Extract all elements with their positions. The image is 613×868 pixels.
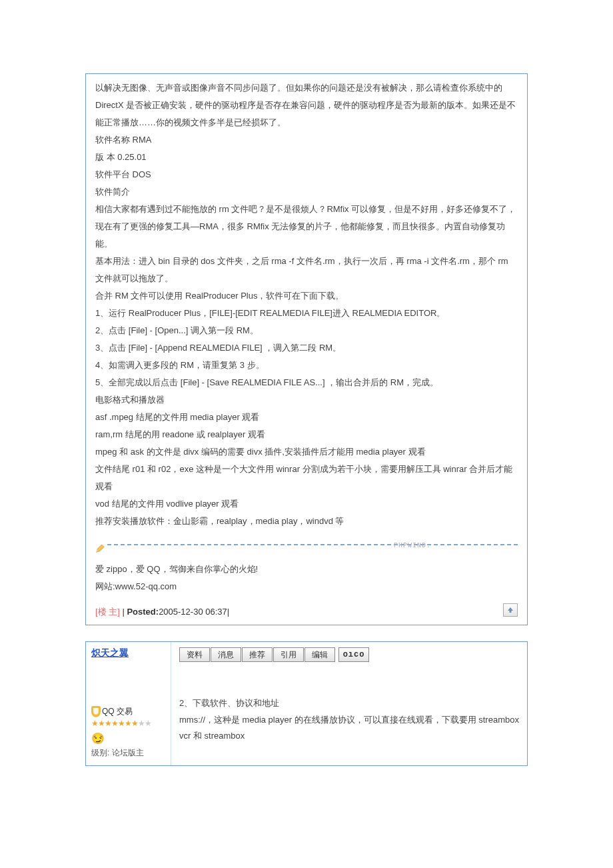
reply-body: 2、下载软件、协议和地址 mms://，这种是 media player 的在线… xyxy=(179,667,519,745)
posted-timestamp: 2005-12-30 06:37| xyxy=(159,607,229,617)
post-line: 5、全部完成以后点击 [File] - [Save REALMEDIA FILE… xyxy=(95,374,518,391)
profile-button[interactable]: 资料 xyxy=(179,647,210,662)
post-line: 推荐安装播放软件：金山影霸，realplay，media play，windvd… xyxy=(95,513,518,530)
post-line: 电影格式和播放器 xyxy=(95,391,518,409)
post-line: 基本用法：进入 bin 目录的 dos 文件夹，之后 rma -f 文件名.rm… xyxy=(95,253,518,287)
arrow-up-icon xyxy=(507,607,514,613)
edit-button[interactable]: 编辑 xyxy=(305,647,335,662)
mood-icon: 😏 xyxy=(91,732,165,745)
avatar xyxy=(91,665,165,705)
star-icon: ★ xyxy=(145,719,153,727)
user-level: 级别: 论坛版主 xyxy=(91,747,165,759)
post-line: 文件结尾 r01 和 r02，exe 这种是一个大文件用 winrar 分割成为… xyxy=(95,461,518,495)
post-line: 3、点击 [File] - [Append REALMEDIA FILE] ，调… xyxy=(95,339,518,357)
user-title-row: QQ 交易 xyxy=(91,706,165,717)
action-button-row: 资料消息推荐引用编辑 oıco xyxy=(179,647,519,662)
post-body: 以解决无图像、无声音或图像声音不同步问题了。但如果你的问题还是没有被解决，那么请… xyxy=(86,74,527,561)
signature-divider: PHPWIND. xyxy=(95,539,518,553)
post-footer: [楼 主] | Posted:2005-12-30 06:37| xyxy=(86,602,527,625)
post-line: 2、点击 [File] - [Open...] 调入第一段 RM。 xyxy=(95,322,518,339)
shield-icon xyxy=(91,706,101,717)
post-line: 以解决无图像、无声音或图像声音不同步问题了。但如果你的问题还是没有被解决，那么请… xyxy=(95,79,518,131)
post-line: 相信大家都有遇到过不能拖放的 rm 文件吧？是不是很烦人？RMfix 可以修复，… xyxy=(95,201,518,253)
post-line: 合并 RM 文件可以使用 RealProducer Plus，软件可在下面下载。 xyxy=(95,287,518,305)
oico-button[interactable]: oıco xyxy=(338,647,370,662)
quote-button[interactable]: 引用 xyxy=(273,647,304,662)
recommend-button[interactable]: 推荐 xyxy=(242,647,273,662)
footer-sep: | xyxy=(120,607,127,617)
phpwind-brand: PHPWIND. xyxy=(394,539,431,553)
post-container: 以解决无图像、无声音或图像声音不同步问题了。但如果你的问题还是没有被解决，那么请… xyxy=(85,73,528,625)
reply-line: 2、下载软件、协议和地址 xyxy=(179,695,519,712)
reply-right-panel: 资料消息推荐引用编辑 oıco 2、下载软件、协议和地址 mms://，这种是 … xyxy=(171,642,527,765)
post-line: ram,rm 结尾的用 readone 或 realplayer 观看 xyxy=(95,426,518,443)
post-line: 软件平台 DOS xyxy=(95,166,518,183)
user-title: QQ 交易 xyxy=(102,707,133,716)
post-line: 1、运行 RealProducer Plus，[FILE]-[EDIT REAL… xyxy=(95,305,518,322)
user-panel: 炽天之翼 QQ 交易 ★★★★★★★★★ 😏 级别: 论坛版主 xyxy=(86,642,171,765)
signature-line: 爱 zippo，爱 QQ，驾御来自你掌心的火焰! xyxy=(95,561,518,578)
post-line: 4、如需调入更多段的 RM，请重复第 3 步。 xyxy=(95,357,518,374)
message-button[interactable]: 消息 xyxy=(211,647,241,662)
post-line: 软件名称 RMA xyxy=(95,131,518,149)
post-line: 版 本 0.25.01 xyxy=(95,149,518,166)
signature-line: 网站:www.52-qq.com xyxy=(95,578,518,595)
username-link[interactable]: 炽天之翼 xyxy=(91,647,165,659)
posted-label: Posted: xyxy=(127,607,159,617)
pencil-icon xyxy=(95,541,105,559)
post-line: mpeg 和 ask 的文件是 divx 编码的需要 divx 插件,安装插件后… xyxy=(95,443,518,461)
reply-container: 炽天之翼 QQ 交易 ★★★★★★★★★ 😏 级别: 论坛版主 资料消息推荐引用… xyxy=(85,641,528,766)
reply-line: mms://，这种是 media player 的在线播放协议，可以直接在线观看… xyxy=(179,712,519,745)
scroll-top-button[interactable] xyxy=(503,603,518,617)
post-line: vod 结尾的文件用 vodlive player 观看 xyxy=(95,495,518,513)
post-line: 软件简介 xyxy=(95,183,518,201)
signature-block: 爱 zippo，爱 QQ，驾御来自你掌心的火焰! 网站:www.52-qq.co… xyxy=(86,561,527,602)
post-line: asf .mpeg 结尾的文件用 media player 观看 xyxy=(95,409,518,426)
floor-label[interactable]: [楼 主] xyxy=(95,607,120,617)
user-stars: ★★★★★★★★★ xyxy=(91,719,165,729)
